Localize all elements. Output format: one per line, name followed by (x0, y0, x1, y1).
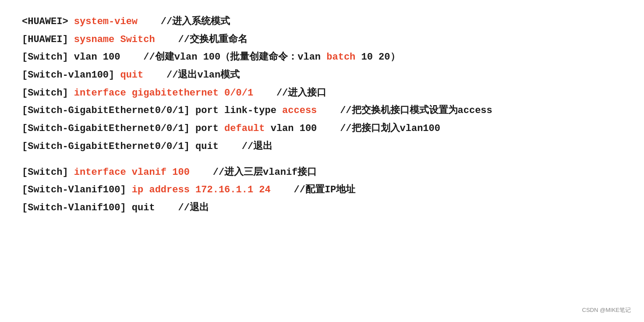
code-line: [Switch-vlan100] quit //退出vlan模式 (22, 67, 622, 85)
code-keyword: ip address 172.16.1.1 24 (132, 184, 271, 195)
code-text: //进入系统模式 (138, 16, 230, 27)
code-keyword: default (224, 123, 265, 134)
code-line: [Switch-GigabitEthernet0/0/1] port defau… (22, 120, 622, 138)
code-keyword: quit (120, 70, 143, 81)
code-text: <HUAWEI> (22, 16, 74, 27)
code-text: //退出vlan模式 (143, 70, 240, 81)
code-text: 10 20） (355, 52, 400, 63)
code-keyword: access (282, 105, 317, 116)
code-text: [Switch-GigabitEthernet0/0/1] port link-… (22, 105, 282, 116)
code-text: [Switch-Vlanif100] (22, 184, 132, 195)
code-text: [Switch] vlan 100 //创建vlan 100（批量创建命令：vl… (22, 52, 326, 63)
code-keyword: batch (326, 52, 355, 63)
code-line: [Switch-GigabitEthernet0/0/1] quit //退出 (22, 138, 622, 156)
code-text: [Switch-GigabitEthernet0/0/1] port (22, 123, 224, 134)
code-line: [HUAWEI] sysname Switch //交换机重命名 (22, 31, 622, 49)
code-text: //配置IP地址 (271, 184, 356, 195)
code-line: [Switch] interface gigabitethernet 0/0/1… (22, 85, 622, 103)
code-keyword: interface vlanif 100 (74, 167, 190, 178)
code-text: //进入接口 (253, 88, 326, 99)
code-text: //把交换机接口模式设置为access (317, 105, 492, 116)
code-text: [Switch] (22, 88, 74, 99)
code-line: [Switch] interface vlanif 100 //进入三层vlan… (22, 164, 622, 182)
code-text: [HUAWEI] (22, 34, 74, 45)
code-keyword: sysname Switch (74, 34, 155, 45)
code-text: vlan 100 //把接口划入vlan100 (265, 123, 440, 134)
code-text: [Switch] (22, 167, 74, 178)
code-text: [Switch-GigabitEthernet0/0/1] quit //退出 (22, 141, 272, 152)
code-display: <HUAWEI> system-view //进入系统模式[HUAWEI] sy… (22, 13, 622, 217)
code-line: [Switch-Vlanif100] ip address 172.16.1.1… (22, 181, 622, 199)
code-text: [Switch-Vlanif100] quit //退出 (22, 202, 209, 213)
code-keyword: system-view (74, 16, 138, 27)
watermark-label: CSDN @MIKE笔记 (582, 306, 631, 314)
code-line: [Switch] vlan 100 //创建vlan 100（批量创建命令：vl… (22, 49, 622, 67)
code-text: //交换机重命名 (155, 34, 248, 45)
code-line: [Switch-Vlanif100] quit //退出 (22, 199, 622, 217)
code-text: [Switch-vlan100] (22, 70, 120, 81)
code-text: //进入三层vlanif接口 (190, 167, 317, 178)
code-line: [Switch-GigabitEthernet0/0/1] port link-… (22, 102, 622, 120)
code-keyword: interface gigabitethernet 0/0/1 (74, 88, 253, 99)
code-line: <HUAWEI> system-view //进入系统模式 (22, 13, 622, 31)
